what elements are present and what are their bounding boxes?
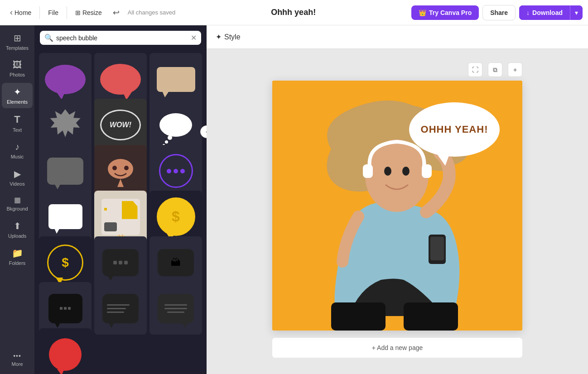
spiky-bubble-shape (49, 109, 81, 141)
element-purple-bubble[interactable] (39, 53, 92, 105)
svg-point-1 (112, 166, 117, 170)
gray-bubble-shape (47, 158, 83, 185)
dollar-bubble-big-shape: $ (157, 197, 195, 236)
list-line1 (107, 304, 130, 306)
lines-row1 (164, 304, 187, 306)
style-text: Style (224, 33, 241, 41)
sidebar-item-background[interactable]: ▦ Bkground (2, 192, 33, 215)
collage-dot (104, 208, 107, 211)
svg-point-9 (384, 167, 391, 176)
element-dollar-bubble-big[interactable]: $ (149, 191, 202, 243)
add-page-button[interactable]: + Add a new page (272, 338, 522, 358)
element-spiky-bubble[interactable] (39, 99, 92, 151)
element-dollar-circle[interactable]: $ (39, 236, 92, 289)
svg-rect-15 (331, 302, 386, 331)
lines-row2 (164, 308, 187, 309)
canvapro-label: Try Canva Pro (429, 9, 472, 16)
dollar-sign-outline: $ (62, 255, 69, 270)
dots-ring-shape (159, 154, 193, 188)
search-icon: 🔍 (44, 34, 53, 42)
three-rect-dots (60, 307, 71, 310)
document-title: Ohhh yeah! (271, 8, 316, 17)
download-label: Download (532, 9, 563, 16)
canvas-scroll[interactable]: ⛶ ⧉ + (207, 49, 588, 374)
list-line3 (107, 312, 124, 313)
element-dark-list-bubble[interactable] (94, 282, 147, 335)
download-group: ↓ Download ▾ (519, 5, 583, 20)
dark-3dots-shape (48, 294, 82, 323)
element-white-box-bubble[interactable] (39, 191, 92, 243)
element-think-bubble[interactable] (149, 99, 202, 151)
element-dark-dots-bubble[interactable] (94, 236, 147, 289)
sidebar-item-templates[interactable]: ⊞ Templates (2, 29, 33, 54)
sidebar-item-uploads[interactable]: ⬆ Uploads (2, 217, 33, 242)
folders-label: Folders (9, 260, 26, 266)
share-button[interactable]: Share (482, 5, 516, 20)
dark-dots-shape (102, 249, 139, 276)
element-tan-bubble[interactable] (149, 53, 202, 105)
svg-marker-3 (117, 179, 124, 187)
canvapro-button[interactable]: 👑 Try Canva Pro (411, 5, 479, 20)
element-dark-3dots-bubble[interactable] (39, 282, 92, 335)
speech-bubble-element[interactable]: OHHH YEAH! (409, 102, 500, 157)
style-sparkle-icon: ✦ (216, 33, 222, 41)
element-red-bubble[interactable] (94, 53, 147, 105)
red-bubble-shape (100, 64, 141, 95)
music-icon: ♪ (15, 142, 19, 152)
purple-bubble-shape (45, 65, 86, 94)
download-icon: ↓ (526, 9, 530, 16)
element-wow-bubble[interactable]: WOW! (94, 99, 147, 151)
duplicate-button[interactable]: ⧉ (488, 62, 502, 77)
background-icon: ▦ (14, 196, 21, 204)
undo-button[interactable]: ↩ (110, 5, 122, 20)
home-button[interactable]: ‹ Home (5, 5, 36, 20)
folders-icon: 📁 (12, 248, 23, 259)
element-red-circle-partial[interactable] (39, 328, 92, 374)
element-collage[interactable]: 👑 (94, 191, 147, 243)
divider (39, 6, 40, 19)
resize-label: Resize (82, 9, 102, 16)
download-button[interactable]: ↓ Download (519, 5, 570, 20)
element-gray-bubble[interactable] (39, 145, 92, 197)
list-line2 (107, 308, 126, 309)
element-dark-mountain-bubble[interactable]: 🏔 (149, 236, 202, 289)
topbar-center: Ohhh yeah! (179, 8, 408, 17)
divider2 (67, 6, 67, 19)
svg-rect-12 (422, 164, 432, 178)
search-panel: 🔍 ✕ ‹ (34, 25, 207, 374)
sidebar-item-videos[interactable]: ▶ Videos (2, 165, 33, 190)
sidebar-item-folders[interactable]: 📁 Folders (2, 244, 33, 269)
svg-rect-16 (404, 302, 458, 331)
dark-lines-shape (158, 294, 194, 323)
cartoon-svg (105, 155, 136, 187)
element-dots-bubble[interactable] (149, 145, 202, 197)
sidebar-item-music[interactable]: ♪ Music (2, 138, 33, 163)
dot3 (180, 169, 185, 173)
saved-status: All changes saved (128, 9, 176, 16)
search-input-wrap[interactable]: 🔍 ✕ (40, 31, 201, 45)
dark-dots-row (113, 261, 128, 264)
sidebar-item-text[interactable]: T Text (2, 110, 33, 136)
resize-button[interactable]: ⊞ Resize (71, 6, 106, 19)
photos-label: Photos (10, 72, 25, 77)
file-button[interactable]: File (43, 6, 63, 19)
sidebar-item-photos[interactable]: 🖼 Photos (2, 56, 33, 81)
text-label: Text (13, 127, 22, 133)
sidebar-item-more[interactable]: ••• More (2, 349, 33, 370)
dark-dot3 (124, 261, 128, 264)
canvas-area: ✦ Style ⛶ ⧉ + (207, 25, 588, 374)
style-label: ✦ Style (216, 33, 241, 41)
expand-button[interactable]: ⛶ (468, 62, 482, 77)
search-input[interactable] (56, 34, 188, 42)
canvas-top-actions: ⛶ ⧉ + (468, 62, 522, 77)
add-canvas-button[interactable]: + (508, 62, 522, 77)
sidebar-item-elements[interactable]: ✦ Elements (2, 83, 33, 108)
clear-icon[interactable]: ✕ (191, 34, 197, 42)
download-chevron-button[interactable]: ▾ (570, 5, 583, 20)
svg-point-10 (402, 167, 410, 176)
think-dot2 (165, 140, 168, 144)
element-cartoon-bubble[interactable] (94, 145, 147, 197)
topbar: ‹ Home File ⊞ Resize ↩ All changes saved… (0, 0, 588, 25)
element-dark-lines-bubble[interactable] (149, 282, 202, 335)
dot1 (167, 169, 171, 173)
